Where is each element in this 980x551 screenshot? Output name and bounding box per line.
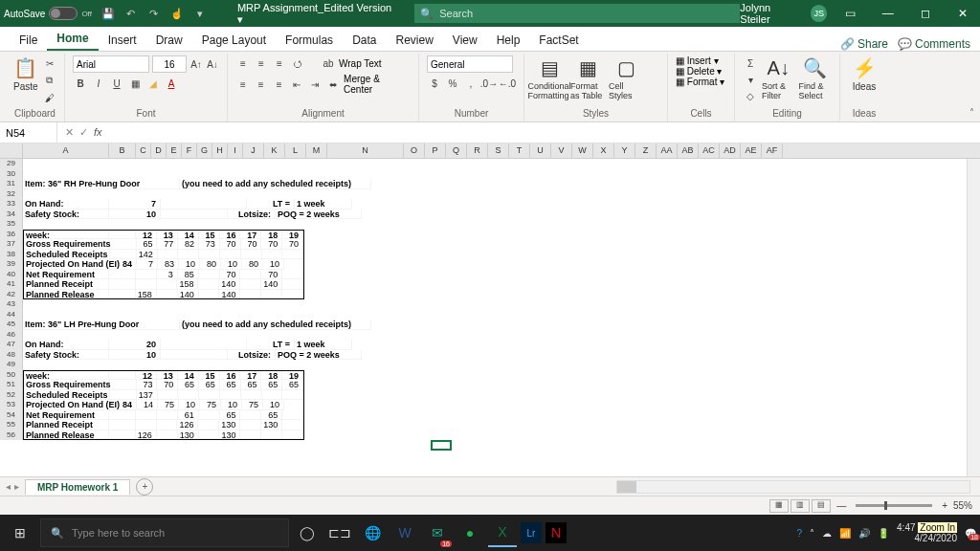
align-top-icon[interactable]: ≡: [235, 55, 251, 71]
cell[interactable]: [109, 320, 180, 330]
sheet-nav-next-icon[interactable]: ▸: [14, 481, 19, 492]
spreadsheet-grid[interactable]: 293031Item: 36" RH Pre-Hung Door(you nee…: [0, 159, 980, 476]
tab-draw[interactable]: Draw: [146, 30, 192, 51]
merge-button[interactable]: Merge & Center: [344, 74, 411, 95]
col-header[interactable]: N: [327, 143, 404, 158]
ribbon-display-icon[interactable]: ▭: [836, 7, 864, 20]
cell[interactable]: [157, 430, 178, 440]
cell[interactable]: [262, 390, 283, 401]
cell[interactable]: Planned Release: [24, 430, 109, 440]
battery-icon[interactable]: 🔋: [878, 528, 889, 539]
col-header[interactable]: J: [243, 143, 264, 158]
wrap-text-button[interactable]: Wrap Text: [339, 58, 382, 69]
cell[interactable]: [136, 410, 157, 421]
cell[interactable]: 140: [219, 290, 240, 299]
cell[interactable]: [136, 279, 157, 290]
document-title[interactable]: MRP Assignment_Edited Version ▾: [237, 2, 395, 26]
tab-help[interactable]: Help: [487, 30, 530, 51]
cell[interactable]: week:: [24, 231, 109, 240]
page-break-view-icon[interactable]: ▤: [812, 499, 831, 513]
tab-home[interactable]: Home: [47, 28, 98, 51]
cell[interactable]: 10: [263, 400, 284, 410]
close-icon[interactable]: ✕: [948, 7, 976, 20]
cell[interactable]: 19: [282, 371, 303, 381]
row-header[interactable]: 56: [0, 430, 23, 441]
col-header[interactable]: AB: [678, 143, 699, 158]
cell[interactable]: [136, 420, 157, 430]
indent-dec-icon[interactable]: ⇤: [290, 77, 305, 92]
align-bot-icon[interactable]: ≡: [272, 55, 287, 71]
cell[interactable]: 65: [261, 380, 282, 390]
cell[interactable]: 83: [158, 259, 179, 270]
align-left-icon[interactable]: ≡: [235, 77, 251, 92]
tab-file[interactable]: File: [10, 30, 47, 51]
cell[interactable]: 65: [261, 410, 282, 421]
percent-icon[interactable]: %: [445, 76, 460, 91]
start-button[interactable]: ⊞: [4, 518, 36, 547]
cell[interactable]: [109, 179, 180, 189]
row-header[interactable]: 36: [0, 230, 23, 240]
volume-icon[interactable]: 🔊: [858, 528, 870, 539]
cell[interactable]: 73: [199, 239, 220, 250]
col-header[interactable]: I: [228, 143, 243, 158]
word-icon[interactable]: W: [390, 518, 419, 547]
decrease-font-icon[interactable]: A↓: [206, 56, 219, 72]
cell[interactable]: 14: [137, 400, 158, 410]
cell[interactable]: 130: [261, 420, 282, 430]
row-header[interactable]: 52: [0, 390, 23, 401]
cell[interactable]: 82: [178, 239, 199, 250]
select-all-corner[interactable]: [0, 143, 23, 158]
row-header[interactable]: 43: [0, 299, 23, 310]
normal-view-icon[interactable]: ▦: [769, 499, 789, 513]
row-header[interactable]: 55: [0, 420, 23, 430]
formula-input[interactable]: [110, 127, 980, 139]
cell[interactable]: 70: [241, 239, 262, 250]
col-header[interactable]: C: [136, 143, 151, 158]
cell[interactable]: [110, 239, 137, 250]
col-header[interactable]: Z: [635, 143, 657, 158]
cell[interactable]: (you need to add any scheduled receipts): [180, 179, 371, 189]
cell[interactable]: [282, 430, 303, 440]
cell[interactable]: Scheduled Receipts: [24, 390, 110, 401]
cell[interactable]: [109, 290, 136, 299]
cell[interactable]: [136, 270, 157, 280]
cell[interactable]: [241, 250, 262, 260]
cell[interactable]: 10: [179, 259, 200, 270]
align-center-icon[interactable]: ≡: [254, 77, 269, 92]
cell[interactable]: Safety Stock:: [23, 209, 109, 220]
zoom-out-icon[interactable]: —: [836, 500, 846, 511]
horizontal-scrollbar[interactable]: [616, 480, 970, 494]
cell[interactable]: On Hand:: [23, 199, 109, 209]
cell[interactable]: Projected On Hand (EI): [24, 259, 110, 270]
cell[interactable]: [158, 390, 179, 401]
cell[interactable]: 75: [242, 400, 263, 410]
cell[interactable]: 70: [282, 239, 303, 250]
tab-review[interactable]: Review: [386, 30, 442, 51]
cell[interactable]: [282, 290, 303, 299]
col-header[interactable]: P: [425, 143, 446, 158]
cell[interactable]: [261, 290, 282, 299]
cell[interactable]: [199, 410, 220, 421]
cell[interactable]: POQ = 2 weeks: [276, 350, 362, 361]
row-header[interactable]: 31: [0, 179, 23, 189]
col-header[interactable]: H: [212, 143, 228, 158]
cell[interactable]: 70: [261, 239, 282, 250]
col-header[interactable]: AC: [699, 143, 720, 158]
enter-formula-icon[interactable]: ✓: [79, 126, 88, 139]
row-header[interactable]: 39: [0, 259, 23, 270]
col-header[interactable]: M: [306, 143, 327, 158]
minimize-icon[interactable]: —: [874, 7, 902, 20]
cell[interactable]: [220, 250, 241, 260]
cell[interactable]: 19: [282, 231, 303, 240]
find-select-button[interactable]: 🔍Find & Select: [799, 55, 833, 100]
cell[interactable]: Net Requirement: [24, 270, 109, 280]
autosave-toggle[interactable]: AutoSave Off: [4, 7, 92, 20]
col-header[interactable]: R: [467, 143, 488, 158]
cell[interactable]: 80: [242, 259, 263, 270]
cell[interactable]: Lotsize:: [228, 209, 276, 220]
col-header[interactable]: L: [285, 143, 306, 158]
cell[interactable]: week:: [24, 371, 109, 381]
cell[interactable]: [199, 430, 220, 440]
cell[interactable]: [282, 420, 303, 430]
cell[interactable]: 12: [136, 371, 157, 381]
